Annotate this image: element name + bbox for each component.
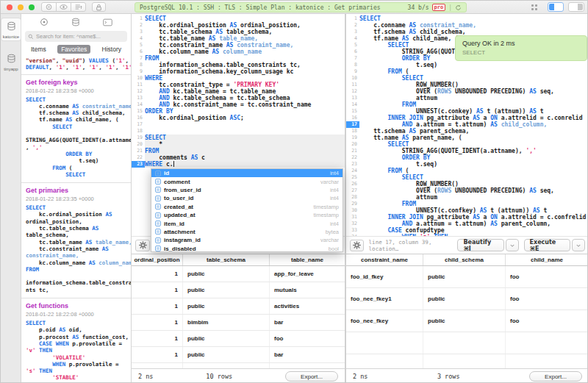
editor-line[interactable]: 13 AND kc.table_schema = tc.table_schema bbox=[132, 95, 345, 101]
editor-line[interactable]: 16 INNER JOIN pg_attribute AS a ON a.att… bbox=[346, 115, 588, 121]
table-cell[interactable]: bimbim bbox=[183, 315, 270, 330]
beautify-button[interactable]: Beautify ⌘I bbox=[457, 239, 503, 251]
table-cell[interactable]: foo bbox=[506, 288, 588, 309]
table-row[interactable]: foo_nee_fkey1publicfoo bbox=[346, 288, 588, 310]
autocomplete-item[interactable]: idint4 bbox=[151, 169, 343, 177]
table-row[interactable]: foo_id_fkeypublicfoo bbox=[346, 266, 588, 288]
editor-line[interactable]: 1SELECT bbox=[132, 15, 345, 22]
editor-line[interactable]: 11 ROW_NUMBER() bbox=[346, 82, 588, 88]
editor-line[interactable]: 18 bbox=[132, 128, 345, 135]
table-cell[interactable]: public bbox=[183, 282, 270, 298]
autocomplete-item[interactable]: is_disabledbool bbox=[151, 245, 343, 253]
execute-button[interactable]: Execute ⌘E bbox=[524, 239, 570, 251]
table-cell[interactable]: foo bbox=[506, 310, 588, 332]
editor-line[interactable]: 31 INNER JOIN pg_attribute AS a ON a.att… bbox=[346, 214, 588, 221]
toggle-right-sidebar-button[interactable] bbox=[568, 2, 584, 12]
editor-line[interactable]: 9 information_schema.key_column_usage kc bbox=[132, 68, 345, 75]
autocomplete-item[interactable]: from_user_idint4 bbox=[151, 186, 343, 194]
settings-gear-button[interactable] bbox=[135, 240, 150, 251]
table-row[interactable]: 1publicapp_for_leave bbox=[132, 266, 345, 282]
editor-line[interactable]: 32 AND a.attnum = t.attnum) AS parent_co… bbox=[346, 221, 588, 227]
table-cell[interactable]: foo_nee_fkey bbox=[346, 310, 423, 332]
tab-items[interactable]: Items bbox=[27, 45, 50, 54]
editor-line[interactable]: 3 tc.table_schema AS table_schema, bbox=[132, 29, 345, 35]
lock-button[interactable] bbox=[92, 2, 106, 12]
export-button[interactable]: Export... bbox=[529, 371, 582, 382]
saved-query-item[interactable]: Get functions2018-01-22 18:22:08 +0000SE… bbox=[21, 298, 131, 383]
editor-line[interactable]: 3 tf.schema AS child_schema, bbox=[346, 29, 588, 35]
settings-gear-button[interactable] bbox=[350, 240, 364, 251]
editor-line[interactable]: 27 OVER (ROWS UNBOUNDED PRECEDING) AS se… bbox=[346, 187, 588, 194]
editor-line[interactable]: 1SELECT bbox=[346, 15, 588, 22]
table-cell[interactable]: public bbox=[183, 363, 270, 368]
sql-editor[interactable]: Query OK in 2 ms SELECT 1SELECT2 c.conna… bbox=[346, 14, 588, 236]
connection-item-katonice[interactable]: katonice bbox=[1, 18, 21, 40]
table-cell[interactable] bbox=[506, 354, 588, 368]
saved-query-item[interactable]: Get foreign keys2018-01-22 18:23:58 +000… bbox=[21, 75, 131, 184]
table-cell[interactable] bbox=[423, 354, 506, 368]
editor-line[interactable]: 19SELECT bbox=[132, 135, 345, 141]
table-cell[interactable]: public bbox=[183, 266, 270, 282]
table-cell[interactable]: bar bbox=[270, 347, 345, 362]
table-row[interactable]: 1publicmutuals bbox=[132, 282, 345, 298]
editor-line[interactable]: 23 t.seq) bbox=[346, 161, 588, 168]
autocomplete-item[interactable]: item_idint4 bbox=[151, 219, 343, 227]
search-input[interactable] bbox=[36, 33, 123, 40]
autocomplete-item[interactable]: commentvarchar bbox=[151, 177, 343, 185]
editor-line[interactable]: 20 * bbox=[132, 141, 345, 148]
table-cell[interactable] bbox=[506, 332, 588, 354]
editor-line[interactable]: 26 ROW_NUMBER() bbox=[346, 181, 588, 187]
table-cell[interactable]: 1 bbox=[132, 315, 183, 330]
minimize-window-button[interactable] bbox=[18, 4, 24, 10]
editor-line[interactable]: 15 UNNEST(c.conkey) AS t (attnum)) AS t bbox=[346, 108, 588, 115]
editor-line[interactable]: 13 attnum bbox=[346, 95, 588, 101]
connection-item-tinyapp[interactable]: tinyapp bbox=[1, 51, 21, 73]
column-header[interactable]: child_schema bbox=[423, 254, 506, 265]
table-cell[interactable]: foo_id_fkey bbox=[346, 266, 423, 287]
editor-line[interactable]: 6 kc.column_name AS column_name bbox=[132, 49, 345, 55]
table-cell[interactable] bbox=[423, 332, 506, 354]
editor-line[interactable]: 9 FROM ( bbox=[346, 68, 588, 75]
editor-line[interactable]: 11 tc.constraint_type = 'PRIMARY KEY' bbox=[132, 82, 345, 88]
preview-button[interactable] bbox=[56, 2, 71, 12]
query-log-button[interactable] bbox=[71, 2, 86, 12]
table-cell[interactable]: foo_nee_fkey1 bbox=[346, 288, 423, 309]
table-cell[interactable]: 1 bbox=[132, 363, 183, 368]
editor-line[interactable]: 10WHERE bbox=[132, 75, 345, 82]
execute-dropdown-button[interactable] bbox=[572, 239, 585, 251]
editor-line[interactable]: 20 SELECT bbox=[346, 141, 588, 148]
table-cell[interactable]: public bbox=[423, 266, 506, 287]
editor-line[interactable]: 19 tt.name AS parent_name, ( bbox=[346, 135, 588, 141]
table-cell[interactable]: 1 bbox=[132, 298, 183, 314]
editor-line[interactable]: 15ORDER BY bbox=[132, 108, 345, 115]
editor-line[interactable]: 33 CASE confupdtype bbox=[346, 227, 588, 234]
table-cell[interactable]: public bbox=[183, 331, 270, 346]
table-cell[interactable]: mutuals bbox=[270, 282, 345, 298]
editor-line[interactable]: 17 bbox=[132, 121, 345, 128]
autocomplete-item[interactable]: instagram_idvarchar bbox=[151, 236, 343, 244]
editor-line[interactable]: 8 t.seq) bbox=[346, 62, 588, 68]
autocomplete-item[interactable]: attachmentbytea bbox=[151, 228, 343, 236]
editor-line[interactable]: 7FROM bbox=[132, 55, 345, 62]
close-connection-button[interactable] bbox=[41, 2, 57, 12]
table-cell[interactable]: app_for_leave bbox=[270, 266, 345, 282]
table-row[interactable] bbox=[346, 332, 588, 354]
editor-line[interactable]: 12 AND kc.table_name = tc.table_name bbox=[132, 88, 345, 95]
editor-line[interactable]: 30 UNNEST(c.confkey) AS t (attnum)) AS t bbox=[346, 207, 588, 214]
target-icon[interactable] bbox=[40, 18, 49, 26]
table-cell[interactable] bbox=[346, 332, 423, 354]
tab-history[interactable]: History bbox=[98, 45, 125, 54]
column-header[interactable]: ordinal_position bbox=[132, 254, 183, 265]
editor-line[interactable]: 8 information_schema.table_constraints t… bbox=[132, 62, 345, 68]
editor-line[interactable]: 22 ORDER BY bbox=[346, 154, 588, 161]
column-header[interactable]: constraint_name bbox=[346, 254, 423, 265]
table-row[interactable]: foo_nee_fkeypublicfoo bbox=[346, 310, 588, 332]
table-row[interactable] bbox=[346, 354, 588, 368]
editor-line[interactable]: 4 tc.table_name AS table_name, bbox=[132, 35, 345, 42]
editor-line[interactable]: 10 SELECT bbox=[346, 75, 588, 82]
table-cell[interactable]: activities bbox=[270, 298, 345, 314]
table-cell[interactable]: bar bbox=[270, 315, 345, 330]
table-cell[interactable]: 1 bbox=[132, 331, 183, 346]
editor-line[interactable]: 22 comments AS c bbox=[132, 154, 345, 161]
database-icon[interactable] bbox=[71, 18, 80, 26]
